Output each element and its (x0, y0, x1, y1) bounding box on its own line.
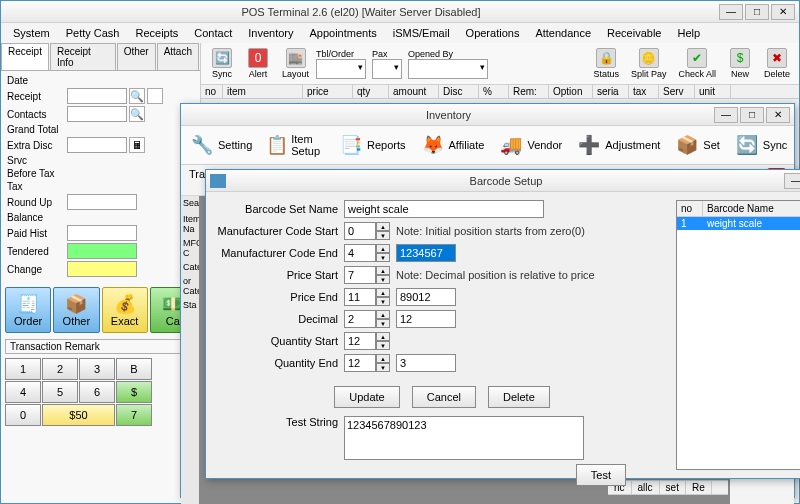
spin-pstart[interactable]: ▲▼ (344, 266, 390, 284)
key-b[interactable]: B (116, 358, 152, 380)
key-dollar[interactable]: $ (116, 381, 152, 403)
spin-qend[interactable]: ▲▼ (344, 354, 390, 372)
input-tendered[interactable] (67, 243, 137, 259)
input-contacts[interactable] (67, 106, 127, 122)
up-arrow-icon[interactable]: ▲ (376, 222, 390, 231)
pos-left-panel: Receipt Receipt Info Other Attach Date R… (1, 43, 201, 503)
label-pstart: Price Start (214, 269, 344, 281)
cancel-button[interactable]: Cancel (412, 386, 476, 408)
search-icon[interactable]: 🔍 (129, 88, 145, 104)
label-receipt: Receipt (7, 91, 67, 102)
clear-icon[interactable] (147, 88, 163, 104)
openedby-combo[interactable] (408, 59, 488, 79)
key-7[interactable]: 7 (116, 404, 152, 426)
tblorder-combo[interactable] (316, 59, 366, 79)
down-arrow-icon[interactable]: ▼ (376, 231, 390, 240)
menu-inventory[interactable]: Inventory (240, 25, 301, 41)
new-button[interactable]: $New (723, 45, 757, 82)
key-3[interactable]: 3 (79, 358, 115, 380)
key-1[interactable]: 1 (5, 358, 41, 380)
spin-mstart[interactable]: ▲▼ (344, 222, 390, 240)
sync-button[interactable]: 🔄Sync (205, 45, 239, 82)
remark-box[interactable]: Transaction Remark (5, 339, 196, 354)
menu-operations[interactable]: Operations (458, 25, 528, 41)
alert-button[interactable]: 0Alert (241, 45, 275, 82)
input-paidhist[interactable] (67, 225, 137, 241)
inv-maximize[interactable]: □ (740, 107, 764, 123)
bs-form: Barcode Set Name Manufacturer Code Start… (214, 200, 670, 470)
layout-icon: 🏬 (286, 48, 306, 68)
inv-vendor[interactable]: 🚚Vendor (494, 130, 566, 160)
splitpay-button[interactable]: 🪙Split Pay (626, 45, 672, 82)
inv-adjustment[interactable]: ➕Adjustment (572, 130, 664, 160)
menu-receipts[interactable]: Receipts (128, 25, 187, 41)
inv-minimize[interactable]: — (714, 107, 738, 123)
item-grid-header: no item price qty amount Disc % Rem: Opt… (201, 85, 799, 99)
calc-icon[interactable]: 🖩 (129, 137, 145, 153)
order-button[interactable]: 🧾Order (5, 287, 51, 333)
menu-receivable[interactable]: Receivable (599, 25, 669, 41)
checkall-button[interactable]: ✔Check All (673, 45, 721, 82)
search-icon[interactable]: 🔍 (129, 106, 145, 122)
spin-qstart[interactable]: ▲▼ (344, 332, 390, 350)
bs-minimize[interactable]: — (784, 173, 800, 189)
status-button[interactable]: 🔒Status (588, 45, 624, 82)
label-mend: Manufacturer Code End (214, 247, 344, 259)
input-setname[interactable] (344, 200, 544, 218)
menu-attendance[interactable]: Attendance (527, 25, 599, 41)
layout-button[interactable]: 🏬Layout (277, 45, 314, 82)
update-button[interactable]: Update (334, 386, 399, 408)
menu-isms[interactable]: iSMS/Email (385, 25, 458, 41)
delete-button[interactable]: ✖Delete (759, 45, 795, 82)
splitpay-icon: 🪙 (639, 48, 659, 68)
input-receipt[interactable] (67, 88, 127, 104)
table-row[interactable]: 1 weight scale (677, 217, 800, 230)
inv-close[interactable]: ✕ (766, 107, 790, 123)
inv-toolbar: 🔧Setting 📋Item Setup 📑Reports 🦊Affiliate… (181, 126, 794, 165)
key-2[interactable]: 2 (42, 358, 78, 380)
spin-mend[interactable]: ▲▼ (344, 244, 390, 262)
key-4[interactable]: 4 (5, 381, 41, 403)
tab-other[interactable]: Other (117, 43, 156, 70)
menu-contact[interactable]: Contact (186, 25, 240, 41)
menu-pettycash[interactable]: Petty Cash (58, 25, 128, 41)
pax-combo[interactable] (372, 59, 402, 79)
tab-receiptinfo[interactable]: Receipt Info (50, 43, 116, 70)
inv-itemsetup[interactable]: 📋Item Setup (262, 130, 328, 160)
close-button[interactable]: ✕ (771, 4, 795, 20)
label-roundup: Round Up (7, 197, 67, 208)
minimize-button[interactable]: — (719, 4, 743, 20)
key-6[interactable]: 6 (79, 381, 115, 403)
label-qstart: Quantity Start (214, 335, 344, 347)
input-change[interactable] (67, 261, 137, 277)
menu-help[interactable]: Help (669, 25, 708, 41)
inv-sync[interactable]: 🔄Sync (730, 130, 791, 160)
vendor-icon: 🚚 (498, 132, 524, 158)
pos-toolbar: 🔄Sync 0Alert 🏬Layout Tbl/Order Pax Opene… (201, 43, 799, 85)
menu-system[interactable]: System (5, 25, 58, 41)
input-roundup[interactable] (67, 194, 137, 210)
key-0[interactable]: 0 (5, 404, 41, 426)
key-5[interactable]: 5 (42, 381, 78, 403)
textarea-teststring[interactable] (344, 416, 584, 460)
inv-set[interactable]: 📦Set (670, 130, 724, 160)
sync-icon: 🔄 (212, 48, 232, 68)
menu-appointments[interactable]: Appointments (301, 25, 384, 41)
tab-receipt[interactable]: Receipt (1, 43, 49, 70)
input-extradisc[interactable] (67, 137, 127, 153)
tab-attach[interactable]: Attach (157, 43, 199, 70)
label-extradisc: Extra Disc (7, 140, 67, 151)
spin-pend[interactable]: ▲▼ (344, 288, 390, 306)
label-paidhist: Paid Hist (7, 228, 67, 239)
label-setname: Barcode Set Name (214, 203, 344, 215)
maximize-button[interactable]: □ (745, 4, 769, 20)
exact-button[interactable]: 💰Exact (102, 287, 148, 333)
test-button[interactable]: Test (576, 464, 626, 486)
inv-setting[interactable]: 🔧Setting (185, 130, 256, 160)
inv-affiliate[interactable]: 🦊Affiliate (416, 130, 489, 160)
spin-decimal[interactable]: ▲▼ (344, 310, 390, 328)
key-50[interactable]: $50 (42, 404, 115, 426)
other-button[interactable]: 📦Other (53, 287, 99, 333)
inv-reports[interactable]: 📑Reports (334, 130, 410, 160)
delete-button[interactable]: Delete (488, 386, 550, 408)
